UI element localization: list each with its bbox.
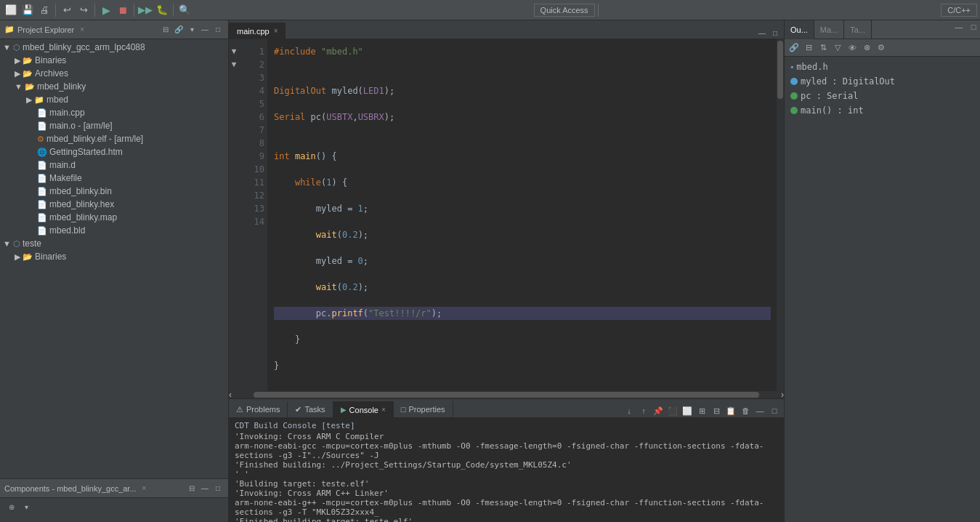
toolbar-btn-undo[interactable]: ↩ [59, 2, 75, 18]
tree-item-main-cpp[interactable]: 📄 main.cpp [0, 106, 228, 119]
tree-item-makefile[interactable]: 📄 Makefile [0, 172, 228, 185]
project-explorer-close[interactable]: × [80, 25, 84, 33]
outline-filter-btn[interactable]: ▽ [831, 41, 844, 55]
main-cpp-label: main.cpp [49, 108, 85, 118]
tab-problems[interactable]: ⚠ Problems [229, 401, 288, 417]
map-label: mbed_blinky.map [49, 212, 117, 222]
project-explorer-actions: ⊟ 🔗 ▾ — □ [160, 24, 224, 36]
components-max-btn[interactable]: □ [212, 483, 224, 494]
tree-item-hex[interactable]: 📄 mbed_blinky.hex [0, 198, 228, 211]
outline-item-pc[interactable]: pc : Serial [785, 89, 980, 103]
tree-item-bin[interactable]: 📄 mbed_blinky.bin [0, 185, 228, 198]
console-close-icon[interactable]: × [381, 406, 386, 414]
console-scroll-up-btn[interactable]: ↑ [637, 404, 650, 417]
explorer-link-btn[interactable]: 🔗 [173, 24, 185, 36]
toolbar-btn-debug[interactable]: ▶▶ [137, 2, 153, 18]
toolbar-btn-redo[interactable]: ↪ [76, 2, 92, 18]
tree-item-teste[interactable]: ▼ ⬡ teste [0, 237, 228, 250]
code-editor[interactable]: ▼ ▼ 1 2 3 4 5 6 7 [229, 39, 784, 391]
tab-tasks-right[interactable]: Ta... [844, 20, 872, 39]
code-content[interactable]: #include "mbed.h" DigitalOut myled(LED1)… [268, 39, 777, 391]
toolbar-btn-stop[interactable]: ⏹ [115, 2, 131, 18]
tree-item-main-d[interactable]: 📄 main.d [0, 158, 228, 172]
console-scroll-down-btn[interactable]: ↓ [623, 404, 636, 417]
tree-item-htm[interactable]: 🌐 GettingStarted.htm [0, 145, 228, 158]
main-o-file-icon: 📄 [37, 121, 47, 131]
code-line-10: myled = 0; [274, 254, 771, 268]
toolbar-btn-save[interactable]: 💾 [20, 2, 36, 18]
editor-tab-close[interactable]: × [274, 27, 278, 35]
tab-properties[interactable]: □ Properties [394, 401, 453, 417]
outline-hide-btn[interactable]: 👁 [846, 41, 859, 55]
outline-settings-btn[interactable]: ⚙ [875, 41, 888, 55]
hscroll-thumb[interactable] [254, 392, 759, 398]
outline-item-main[interactable]: main() : int [785, 103, 980, 118]
toolbar-btn-build[interactable]: ▶ [98, 2, 114, 18]
editor-tab-main-cpp[interactable]: main.cpp × [229, 23, 286, 39]
explorer-min-btn[interactable]: — [199, 24, 211, 36]
tab-tasks[interactable]: ✔ Tasks [288, 401, 333, 417]
layout-button[interactable]: C/C++ [941, 4, 977, 17]
editor-max-btn[interactable]: □ [769, 27, 781, 39]
tree-item-mbed[interactable]: ▶ 📁 mbed [0, 93, 228, 106]
outline-max-btn[interactable]: □ [967, 20, 980, 33]
toolbar-sep-2 [94, 4, 95, 17]
tab-markers[interactable]: Ma... [814, 20, 844, 39]
outline-hide2-btn[interactable]: ⊗ [860, 41, 873, 55]
console-btn-2[interactable]: ⬜ [681, 404, 694, 417]
editor-hscroll[interactable]: ‹ › [229, 391, 784, 398]
code-line-14: } [274, 359, 771, 372]
outline-min-btn[interactable]: — [952, 20, 965, 33]
toolbar-btn-search[interactable]: 🔍 [177, 2, 193, 18]
quick-access-button[interactable]: Quick Access [534, 4, 595, 17]
myled-dot-icon [790, 78, 798, 85]
components-collapse-btn[interactable]: ⊟ [186, 483, 198, 494]
tab-outline[interactable]: Ou... [785, 20, 814, 39]
tree-item-map[interactable]: 📄 mbed_blinky.map [0, 211, 228, 224]
binaries-expand-icon: ▶ [15, 56, 20, 65]
toolbar-btn-print[interactable]: 🖨 [36, 2, 52, 18]
console-output[interactable]: CDT Build Console [teste] 'Invoking: Cro… [229, 418, 784, 522]
tree-item-elf[interactable]: ⚙ mbed_blinky.elf - [arm/le] [0, 132, 228, 145]
outline-item-mbed-h[interactable]: ▪ mbed.h [785, 60, 980, 74]
console-pin-btn[interactable]: 📌 [652, 404, 665, 417]
tree-item-main-o[interactable]: 📄 main.o - [arm/le] [0, 119, 228, 132]
components-close-icon[interactable]: × [142, 484, 147, 492]
components-add-btn[interactable]: ⊕ [6, 501, 17, 513]
tree-item-teste-binaries[interactable]: ▶ 📂 Binaries [0, 250, 228, 263]
console-btn-1[interactable]: ⬛ [666, 404, 679, 417]
console-min-btn[interactable]: — [753, 404, 766, 417]
console-btn-5[interactable]: 📋 [724, 404, 737, 417]
outline-sort-btn[interactable]: ⇅ [817, 41, 830, 55]
toolbar-btn-bug[interactable]: 🐛 [154, 2, 170, 18]
explorer-max-btn[interactable]: □ [212, 24, 224, 36]
editor-scrollbar-y[interactable] [777, 39, 784, 391]
outline-link-btn[interactable]: 🔗 [787, 41, 801, 55]
toolbar-btn-new[interactable]: ⬜ [3, 2, 19, 18]
line-numbers: 1 2 3 4 5 6 7 8 9 10 11 12 13 14 [239, 39, 268, 391]
outline-item-myled[interactable]: myled : DigitalOut [785, 74, 980, 89]
console-btn-3[interactable]: ⊞ [695, 404, 708, 417]
tree-item-archives[interactable]: ▶ 📂 Archives [0, 67, 228, 80]
tab-console[interactable]: ▶ Console × [333, 401, 394, 417]
editor-scrollbar-thumb[interactable] [777, 41, 783, 99]
fold-7[interactable]: ▼ [229, 58, 239, 71]
console-btn-4[interactable]: ⊟ [710, 404, 723, 417]
explorer-collapse-btn[interactable]: ⊟ [160, 24, 171, 36]
editor-min-btn[interactable]: — [756, 27, 768, 39]
mbed-blinky-expand-icon: ▼ [15, 82, 23, 91]
tree-item-mbed-blinky[interactable]: ▼ 📂 mbed_blinky [0, 80, 228, 93]
components-chevron-btn[interactable]: ▾ [20, 501, 32, 513]
fold-6[interactable]: ▼ [229, 45, 239, 58]
components-min-btn[interactable]: — [199, 483, 211, 494]
console-label: Console [349, 406, 378, 414]
console-btn-6[interactable]: 🗑 [739, 404, 752, 417]
toolbar-group-search: 🔍 [177, 2, 193, 18]
console-max-btn[interactable]: □ [768, 404, 781, 417]
outline-collapse-btn[interactable]: ⊟ [802, 41, 815, 55]
tree-item-binaries[interactable]: ▶ 📂 Binaries [0, 54, 228, 67]
project-tree[interactable]: ▼ ⬡ mbed_blinky_gcc_arm_lpc4088 ▶ 📂 Bina… [0, 39, 228, 478]
explorer-menu-btn[interactable]: ▾ [186, 24, 198, 36]
tree-item-bld[interactable]: 📄 mbed.bld [0, 224, 228, 237]
tree-item-root[interactable]: ▼ ⬡ mbed_blinky_gcc_arm_lpc4088 [0, 41, 228, 54]
